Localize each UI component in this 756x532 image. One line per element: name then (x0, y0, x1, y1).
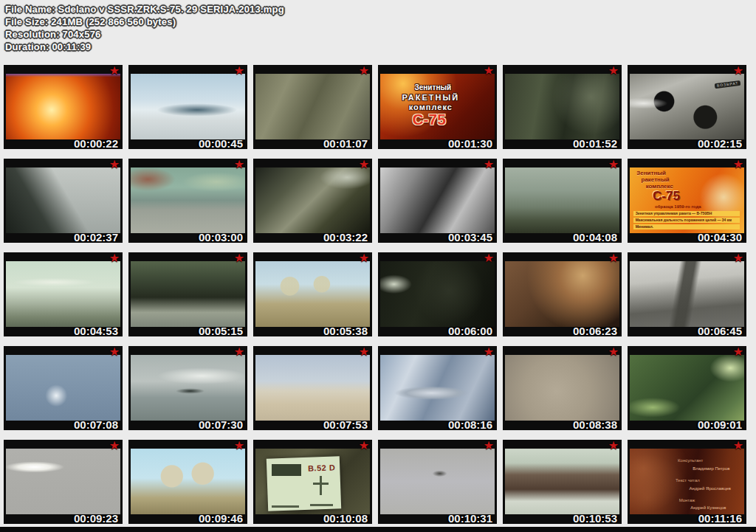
video-thumbnail-soldiers-missile-field: ★ 00:03:22 (253, 159, 372, 243)
red-star-watermark-icon: ★ (234, 252, 244, 264)
timestamp-label: 00:05:15 (199, 325, 243, 338)
thumbnail-image (505, 449, 619, 514)
red-star-watermark-icon: ★ (109, 346, 120, 358)
red-star-watermark-icon: ★ (733, 440, 743, 452)
timestamp-label: 00:02:15 (698, 138, 742, 151)
card-s75: С-75 (653, 190, 680, 202)
b52-label: B.52 D (308, 464, 336, 473)
video-thumbnail-drafting-office-bw: ★ 00:03:45 (378, 159, 497, 243)
file-info-header: File Name: Sdelano v SSSR.ZRK.S-75. 29 S… (5, 3, 284, 53)
video-thumbnail-operator-at-screen: ★ 00:06:00 (378, 252, 497, 336)
thumbnail-image (6, 74, 120, 139)
red-star-watermark-icon: ★ (234, 346, 244, 358)
thumbnail-image: ЗенитныйракетныйкомплексС-75образца 1959… (630, 167, 744, 233)
thumbnail-image (6, 449, 120, 514)
timestamp-label: 00:03:22 (323, 232, 368, 244)
title-s75: С-75 (412, 111, 446, 127)
thumbnail-image (380, 167, 495, 233)
video-thumbnail-soldiers-formation: ★ 00:10:53 (503, 440, 622, 524)
resolution-line: Resolution: 704x576 (5, 28, 284, 41)
timestamp-label: 00:10:31 (448, 513, 492, 525)
thumbnail-image (131, 449, 245, 514)
video-thumbnail-instrument-gauges: ★ 00:06:23 (503, 252, 622, 336)
thumbnail-image (630, 261, 744, 327)
red-star-watermark-icon: ★ (484, 346, 494, 358)
timestamp-label: 00:09:01 (698, 419, 742, 432)
video-thumbnail-jet-taxiing-snow: ★ 00:00:45 (128, 65, 247, 149)
video-thumbnail-aerial-airfield: ★ 00:01:07 (253, 65, 372, 149)
thumbnail-image (255, 167, 370, 233)
thumbnail-image (6, 355, 120, 421)
timestamp-label: 00:06:23 (573, 325, 617, 338)
file-name-line: File Name: Sdelano v SSSR.ZRK.S-75. 29 S… (5, 3, 284, 15)
timestamp-label: 00:08:38 (573, 419, 617, 432)
thumbnail-image (380, 261, 495, 327)
timestamp-label: 00:07:08 (74, 419, 118, 432)
credit-name: Владимир Петров (693, 466, 729, 471)
thumbnail-image (131, 167, 245, 233)
thumbnail-image: ЗенитныйРАКЕТНЫЙкомплексС-75 (380, 74, 495, 139)
red-star-watermark-icon: ★ (359, 346, 369, 358)
file-size-line: File Size: 241MB (252 866 560 bytes) (5, 15, 284, 28)
video-thumbnail-aircraft-grey-sky: ★ 00:10:31 (378, 440, 497, 524)
credit-role: Консультант (678, 458, 703, 463)
red-star-watermark-icon: ★ (109, 440, 120, 452)
thumbnail-image (6, 261, 120, 327)
thumbnail-image (255, 74, 370, 139)
video-thumbnail-control-room-operators: ★ 00:01:52 (503, 65, 622, 149)
spec-row: Минимал. (633, 224, 740, 229)
thumbnail-image (6, 167, 120, 233)
red-star-watermark-icon: ★ (234, 65, 244, 77)
title-line-2: РАКЕТНЫЙ (402, 94, 459, 102)
red-star-watermark-icon: ★ (109, 159, 120, 170)
card-line-2: ракетный (642, 177, 670, 183)
thumbnail-image (255, 261, 370, 327)
video-thumbnail-dust-cloud: ★ 00:08:38 (503, 346, 622, 430)
b52-side-view (310, 504, 333, 506)
timestamp-label: 00:00:45 (199, 138, 243, 151)
red-star-watermark-icon: ★ (109, 65, 120, 77)
thumbnail-image (255, 355, 370, 421)
video-thumbnail-infographic-card-s75: ЗенитныйракетныйкомплексС-75образца 1959… (628, 159, 746, 243)
thumbnail-image: ВОЗВРАТ (630, 74, 744, 139)
duration-line: Duration: 00:11:39 (5, 41, 284, 53)
red-star-watermark-icon: ★ (234, 440, 244, 452)
card-line-1: Зенитный (636, 170, 666, 176)
timestamp-label: 00:04:30 (698, 232, 742, 244)
timestamp-label: 00:11:16 (698, 513, 742, 525)
video-thumbnail-credits-card: КонсультантВладимир ПетровТекст читалАнд… (628, 440, 746, 524)
video-thumbnail-b52-placard: B.52 D ★ 00:10:08 (253, 440, 372, 524)
video-thumbnail-radar-dishes-sky: ★ 00:09:46 (128, 440, 247, 524)
b52-side-view (272, 505, 299, 508)
video-thumbnail-radar-trailer-antennas: ★ 00:05:38 (253, 252, 372, 336)
timestamp-label: 00:10:08 (323, 513, 368, 525)
timestamp-label: 00:07:53 (323, 419, 368, 432)
timestamp-label: 00:10:53 (573, 513, 617, 525)
video-thumbnail-launcher-gantry: ★ 00:02:37 (4, 159, 123, 243)
video-thumbnail-missile-on-launcher: ★ 00:04:53 (4, 252, 123, 336)
red-star-watermark-icon: ★ (733, 159, 743, 170)
red-star-watermark-icon: ★ (733, 65, 743, 77)
timestamp-label: 00:06:00 (448, 325, 492, 338)
credit-role: Монтаж (679, 498, 695, 502)
thumbnail-image (131, 355, 245, 421)
video-thumbnail-parade-square-missile-trucks: ★ 00:03:00 (128, 159, 247, 243)
red-star-watermark-icon: ★ (359, 65, 369, 77)
thumbnail-image (131, 74, 245, 139)
thumbnail-image (505, 74, 619, 139)
video-thumbnail-jungle-camouflage-site: ★ 00:09:01 (628, 346, 746, 430)
timestamp-label: 00:09:23 (74, 513, 118, 525)
red-star-watermark-icon: ★ (608, 440, 619, 452)
thumbnail-grid: ★ 00:00:22 ★ 00:00:45 ★ 00:01:07 Зенитны… (4, 65, 746, 524)
thumbnail-image: B.52 D (255, 449, 370, 514)
timestamp-label: 00:00:22 (74, 138, 118, 151)
red-star-watermark-icon: ★ (484, 65, 494, 77)
thumbnail-image (505, 261, 619, 327)
credit-name: Андрей Кузнецов (690, 505, 726, 510)
red-star-watermark-icon: ★ (608, 65, 619, 77)
red-star-watermark-icon: ★ (484, 252, 494, 264)
b52-silhouette (313, 476, 329, 495)
timestamp-label: 00:01:30 (448, 138, 492, 151)
timestamp-label: 00:05:38 (323, 325, 368, 338)
timestamp-label: 00:03:00 (199, 232, 243, 244)
